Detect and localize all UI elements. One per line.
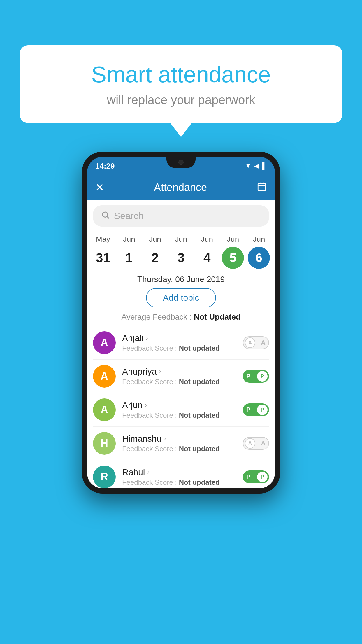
student-name[interactable]: Anupriya› — [122, 367, 236, 377]
app-header: ✕ Attendance — [87, 175, 275, 200]
attendance-toggle-present[interactable]: PP — [243, 370, 269, 383]
cal-date-label: 2 — [144, 247, 166, 269]
student-avatar: A — [93, 398, 116, 421]
speech-bubble-title: Smart attendance — [37, 61, 325, 88]
attendance-toggle-absent[interactable]: AA — [243, 336, 269, 349]
student-info: Arjun›Feedback Score : Not updated — [122, 400, 236, 419]
feedback-label: Feedback Score : — [122, 378, 179, 386]
student-item: AArjun›Feedback Score : Not updatedPP — [93, 393, 269, 426]
calendar-icon[interactable] — [257, 182, 267, 194]
feedback-label: Feedback Score : — [122, 445, 179, 453]
cal-day-5[interactable]: Jun5 — [221, 235, 245, 269]
phone-container: 14:29 ▼ ◀ ▌ ✕ Attendance — [82, 152, 280, 494]
speech-bubble-container: Smart attendance will replace your paper… — [20, 45, 342, 123]
avg-feedback-prefix: Average Feedback : — [121, 313, 194, 321]
student-feedback: Feedback Score : Not updated — [122, 478, 236, 487]
feedback-label: Feedback Score : — [122, 478, 179, 486]
chevron-right-icon: › — [147, 468, 149, 476]
cal-month-label: Jun — [253, 235, 265, 244]
feedback-value: Not updated — [179, 378, 220, 386]
student-feedback: Feedback Score : Not updated — [122, 445, 236, 453]
svg-rect-0 — [258, 183, 266, 191]
student-item: AAnjali›Feedback Score : Not updatedAA — [93, 326, 269, 359]
student-list: AAnjali›Feedback Score : Not updatedAAAA… — [87, 326, 275, 488]
student-avatar: A — [93, 331, 116, 354]
close-button[interactable]: ✕ — [95, 181, 104, 194]
signal-icon: ◀ — [254, 162, 259, 170]
phone-outer: 14:29 ▼ ◀ ▌ ✕ Attendance — [82, 152, 280, 494]
attendance-toggle-absent[interactable]: AA — [243, 437, 269, 450]
cal-day-31[interactable]: May31 — [92, 235, 115, 269]
battery-icon: ▌ — [262, 162, 267, 170]
chevron-right-icon: › — [146, 334, 148, 342]
feedback-value: Not updated — [179, 344, 220, 352]
feedback-label: Feedback Score : — [122, 411, 179, 419]
cal-day-1[interactable]: Jun1 — [117, 235, 141, 269]
student-feedback: Feedback Score : Not updated — [122, 378, 236, 386]
cal-day-2[interactable]: Jun2 — [143, 235, 167, 269]
toggle-knob: P — [257, 472, 268, 482]
toggle-label-p: P — [246, 372, 251, 380]
student-feedback: Feedback Score : Not updated — [122, 344, 236, 352]
student-name[interactable]: Himanshu› — [122, 434, 236, 444]
avg-feedback: Average Feedback : Not Updated — [87, 313, 275, 322]
cal-date-label: 1 — [118, 247, 140, 269]
phone-screen: Search May31Jun1Jun2Jun3Jun4Jun5Jun6 Thu… — [87, 200, 275, 488]
student-name[interactable]: Anjali› — [122, 333, 236, 343]
cal-date-label: 5 — [222, 247, 244, 269]
attendance-toggle-present[interactable]: PP — [243, 470, 269, 483]
chevron-right-icon: › — [164, 435, 166, 442]
cal-day-6[interactable]: Jun6 — [247, 235, 270, 269]
student-name-text: Anjali — [122, 333, 143, 343]
toggle-knob: A — [245, 337, 255, 348]
svg-line-5 — [107, 217, 109, 219]
wifi-icon: ▼ — [245, 162, 252, 170]
chevron-right-icon: › — [145, 401, 147, 409]
attendance-toggle-present[interactable]: PP — [243, 403, 269, 416]
student-name-text: Rahul — [122, 467, 145, 477]
cal-day-4[interactable]: Jun4 — [195, 235, 219, 269]
svg-point-4 — [103, 212, 108, 217]
feedback-value: Not updated — [179, 411, 220, 419]
status-time: 14:29 — [95, 162, 115, 171]
student-feedback: Feedback Score : Not updated — [122, 411, 236, 419]
knob-letter: A — [248, 440, 252, 447]
search-bar[interactable]: Search — [93, 205, 269, 227]
search-input-label: Search — [114, 211, 143, 221]
student-info: Anupriya›Feedback Score : Not updated — [122, 367, 236, 386]
student-name[interactable]: Rahul› — [122, 467, 236, 477]
student-info: Himanshu›Feedback Score : Not updated — [122, 434, 236, 453]
cal-date-label: 3 — [170, 247, 192, 269]
student-name-text: Anupriya — [122, 367, 157, 377]
knob-letter: P — [261, 407, 264, 413]
add-topic-button[interactable]: Add topic — [146, 288, 216, 307]
toggle-label-p: P — [246, 406, 251, 414]
toggle-label-p: P — [246, 473, 251, 481]
cal-month-label: Jun — [123, 235, 135, 244]
toggle-knob: A — [245, 438, 255, 449]
cal-date-label: 31 — [92, 247, 114, 269]
student-item: RRahul›Feedback Score : Not updatedPP — [93, 460, 269, 488]
phone-notch — [166, 157, 196, 168]
toggle-knob: P — [257, 405, 268, 415]
avg-feedback-value: Not Updated — [194, 313, 240, 321]
student-info: Anjali›Feedback Score : Not updated — [122, 333, 236, 352]
search-icon — [101, 211, 110, 221]
feedback-label: Feedback Score : — [122, 344, 179, 352]
student-name-text: Arjun — [122, 400, 143, 410]
cal-month-label: May — [96, 235, 110, 244]
cal-month-label: Jun — [175, 235, 187, 244]
app-title: Attendance — [154, 181, 207, 194]
cal-month-label: Jun — [201, 235, 213, 244]
student-item: HHimanshu›Feedback Score : Not updatedAA — [93, 426, 269, 460]
status-icons: ▼ ◀ ▌ — [245, 162, 267, 170]
search-svg — [101, 211, 110, 219]
toggle-label-a: A — [261, 339, 266, 346]
student-name[interactable]: Arjun› — [122, 400, 236, 410]
calendar-strip: May31Jun1Jun2Jun3Jun4Jun5Jun6 — [87, 230, 275, 269]
student-avatar: H — [93, 432, 116, 455]
cal-day-3[interactable]: Jun3 — [169, 235, 193, 269]
toggle-knob: P — [257, 371, 268, 382]
status-bar: 14:29 ▼ ◀ ▌ — [87, 157, 275, 175]
front-camera — [178, 160, 184, 165]
